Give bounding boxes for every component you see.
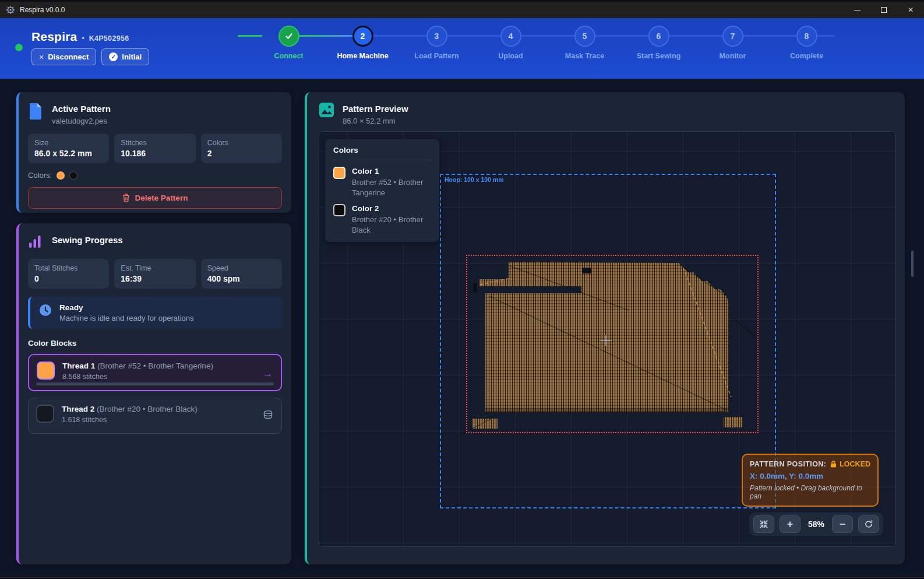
thread-2-block[interactable]: Thread 2 (Brother #20 • Brother Black) 1… (28, 398, 282, 434)
position-label: PATTERN POSITION: (750, 460, 826, 468)
window-title: Respira v0.0.0 (20, 6, 65, 14)
step-1-circle[interactable] (278, 26, 299, 47)
disconnect-button[interactable]: × Disconnect (31, 48, 96, 65)
position-hint: Pattern locked • Drag background to pan (750, 484, 870, 500)
color-blocks-heading: Color Blocks (28, 339, 282, 348)
step-7-label: Monitor (696, 52, 770, 60)
lock-icon (830, 461, 837, 468)
bar-chart-icon (28, 233, 44, 251)
initial-label: Initial (122, 52, 142, 61)
connection-status-dot (15, 44, 23, 51)
zoom-in-button[interactable]: + (780, 515, 800, 533)
step-start-sewing: 6 Start Sewing (622, 18, 696, 79)
stat-est-time: Est. Time 16:39 (114, 259, 195, 289)
step-8-label: Complete (770, 52, 844, 60)
arrow-right-icon: → (263, 368, 273, 380)
step-5-label: Mask Trace (548, 52, 622, 60)
maximize-button[interactable] (870, 2, 897, 18)
colors-label: Colors: (28, 171, 52, 180)
preview-canvas[interactable]: Hoop: 100 x 100 mm Colors Color 1 Brothe… (319, 131, 895, 547)
thread-1-block[interactable]: Thread 1 (Brother #52 • Brother Tangerin… (28, 354, 282, 391)
hoop-label: Hoop: 100 x 100 mm (445, 176, 504, 183)
brand-separator: • (82, 34, 84, 43)
pattern-preview-title: Pattern Preview (343, 102, 408, 114)
app-icon (6, 5, 15, 15)
delete-pattern-button[interactable]: Delete Pattern (28, 187, 282, 209)
app-header: Respira • K4P502956 × Disconnect ✓ Initi… (0, 18, 924, 79)
step-connect: Connect (252, 18, 326, 79)
locked-label: LOCKED (840, 460, 870, 468)
pattern-position-overlay: PATTERN POSITION: LOCKED X: 0.0mm, Y: 0.… (742, 454, 879, 507)
thread-2-name: Thread 2 (62, 405, 94, 413)
close-icon: ✕ (908, 6, 914, 14)
step-1-label: Connect (252, 52, 326, 60)
machine-status-banner: Ready Machine is idle and ready for oper… (28, 297, 282, 329)
delete-pattern-label: Delete Pattern (135, 194, 188, 202)
stepper-line (299, 35, 352, 37)
step-4-circle[interactable]: 4 (500, 26, 521, 47)
pattern-preview-card: Pattern Preview 86.0 × 52.2 mm Hoop: 100… (305, 92, 905, 564)
step-6-circle[interactable]: 6 (648, 26, 669, 47)
step-mask-trace: 5 Mask Trace (548, 18, 622, 79)
fit-view-button[interactable] (753, 515, 774, 533)
layers-stack-icon (263, 410, 273, 420)
active-pattern-card: Active Pattern valetudogv2.pes Size 86.0… (16, 92, 291, 213)
window-scrollbar-thumb[interactable] (911, 251, 914, 277)
step-6-label: Start Sewing (622, 52, 696, 60)
stepper-line (669, 35, 722, 37)
thread-2-detail: (Brother #20 • Brother Black) (97, 405, 198, 413)
color-swatch-2 (69, 171, 77, 180)
stepper-line (817, 35, 835, 37)
app-window: Respira v0.0.0 ✕ Respira • K4P502956 × D… (0, 0, 924, 579)
zoom-out-button[interactable]: − (832, 515, 853, 533)
stat-speed: Speed 400 spm (201, 259, 282, 289)
thread-1-name: Thread 1 (62, 362, 95, 370)
stat-size: Size 86.0 x 52.2 mm (28, 134, 109, 163)
disconnect-label: Disconnect (48, 52, 89, 61)
initial-button[interactable]: ✓ Initial (101, 48, 149, 65)
fit-screen-icon (759, 520, 768, 529)
close-button[interactable]: ✕ (897, 2, 924, 18)
minimize-icon (854, 10, 860, 10)
step-load-pattern: 3 Load Pattern (400, 18, 474, 79)
window-titlebar: Respira v0.0.0 ✕ (0, 2, 924, 18)
stat-colors: Colors 2 (201, 134, 282, 163)
thread-1-swatch (37, 362, 55, 380)
pattern-filename: valetudogv2.pes (52, 117, 111, 125)
step-5-circle[interactable]: 5 (574, 26, 595, 47)
check-icon (284, 31, 294, 41)
close-x-icon: × (39, 52, 44, 62)
step-7-circle[interactable]: 7 (722, 26, 743, 47)
workflow-stepper: Connect 2 Home Machine 3 Load Pattern 4 … (252, 18, 844, 79)
step-8-circle[interactable]: 8 (796, 26, 817, 47)
thread-2-stitches: 1.618 stitches (62, 416, 198, 424)
maximize-icon (881, 7, 887, 13)
active-pattern-title: Active Pattern (52, 102, 111, 114)
step-3-label: Load Pattern (400, 52, 474, 60)
trash-icon (122, 194, 130, 202)
stepper-line (447, 35, 500, 37)
reset-view-button[interactable] (858, 515, 879, 533)
zoom-controls: + 58% − (749, 513, 883, 536)
step-4-label: Upload (474, 52, 548, 60)
step-monitor: 7 Monitor (696, 18, 770, 79)
step-home-machine: 2 Home Machine (326, 18, 400, 79)
step-3-circle[interactable]: 3 (426, 26, 447, 47)
step-2-circle[interactable]: 2 (352, 26, 373, 47)
app-brand: Respira (31, 30, 77, 44)
position-coordinates: X: 0.0mm, Y: 0.0mm (750, 472, 870, 480)
stepper-line (595, 35, 648, 37)
refresh-icon (864, 520, 873, 529)
stepper-line (521, 35, 574, 37)
color-swatch-1 (57, 171, 65, 180)
machine-serial: K4P502956 (89, 34, 129, 43)
minimize-button[interactable] (844, 2, 870, 18)
zoom-level: 58% (806, 520, 827, 529)
thread-1-detail: (Brother #52 • Brother Tangerine) (97, 362, 213, 370)
sewing-progress-title: Sewing Progress (52, 233, 123, 251)
clock-icon (38, 303, 52, 317)
legend-entry-1: Color 1 Brother #52 • Brother Tangerine (333, 167, 431, 198)
thread-2-swatch (36, 405, 54, 423)
check-circle-icon: ✓ (109, 52, 118, 61)
legend-title: Colors (333, 146, 431, 160)
